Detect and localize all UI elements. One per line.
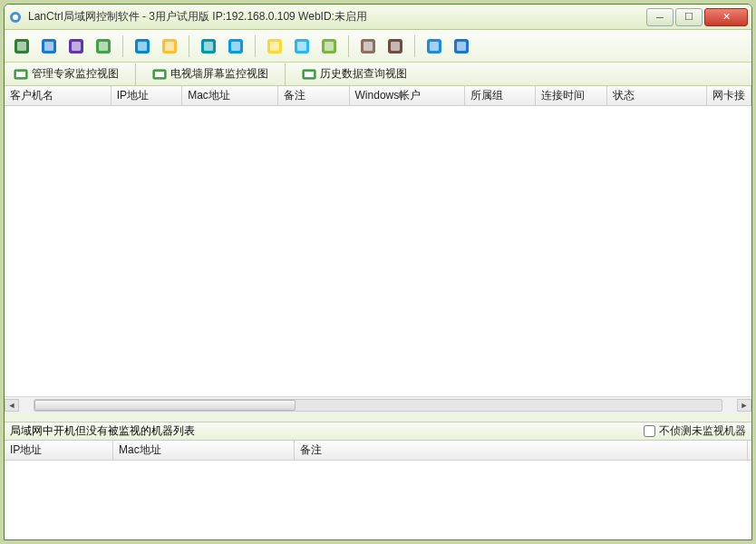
column-header[interactable]: 备注 bbox=[278, 86, 350, 105]
viewtab-separator bbox=[135, 63, 136, 85]
view-tab-1[interactable]: 电视墙屏幕监控视图 bbox=[149, 64, 272, 83]
column-header[interactable]: IP地址 bbox=[111, 86, 183, 105]
toolbar-separator bbox=[348, 35, 349, 57]
svg-rect-9 bbox=[99, 42, 108, 51]
toolbar-report2-icon[interactable] bbox=[383, 34, 407, 58]
toolbar-disc-icon[interactable] bbox=[317, 34, 341, 58]
report1-icon bbox=[359, 37, 377, 55]
view-tab-label: 历史数据查询视图 bbox=[320, 66, 407, 82]
main-toolbar bbox=[5, 30, 751, 63]
scroll-left-arrow[interactable]: ◄ bbox=[5, 399, 19, 412]
column-header[interactable]: 连接时间 bbox=[536, 86, 607, 105]
scroll-right-arrow[interactable]: ► bbox=[737, 399, 751, 412]
toolbar-monitor-icon[interactable] bbox=[10, 34, 34, 58]
column-header[interactable]: 网卡接 bbox=[707, 86, 751, 105]
main-table-body bbox=[5, 106, 751, 396]
toolbar-globe-icon[interactable] bbox=[37, 34, 61, 58]
column-header[interactable]: Windows帐户 bbox=[350, 86, 465, 105]
toolbar-help-icon[interactable] bbox=[450, 34, 473, 58]
svg-rect-15 bbox=[204, 42, 213, 51]
view-tab-2[interactable]: 历史数据查询视图 bbox=[298, 64, 411, 83]
svg-rect-35 bbox=[155, 72, 164, 77]
detect-checkbox-group[interactable]: 不侦测未监视机器 bbox=[644, 423, 746, 439]
svg-rect-33 bbox=[16, 72, 25, 77]
view-tabs: 管理专家监控视图电视墙屏幕监控视图历史数据查询视图 bbox=[5, 63, 751, 86]
maximize-button[interactable]: ☐ bbox=[675, 8, 703, 26]
bottom-table-header: IP地址Mac地址备注 bbox=[5, 441, 751, 461]
viewtab-separator bbox=[285, 63, 286, 85]
key-icon bbox=[160, 37, 179, 55]
svg-rect-17 bbox=[231, 42, 240, 51]
window-controls: ─ ☐ ✕ bbox=[646, 8, 748, 26]
column-header[interactable]: 客户机名 bbox=[5, 86, 111, 105]
svg-rect-5 bbox=[44, 42, 53, 51]
toolbar-refresh-icon[interactable] bbox=[131, 34, 154, 58]
svg-rect-37 bbox=[305, 72, 314, 77]
column-header[interactable]: 状态 bbox=[607, 86, 707, 105]
disc-icon bbox=[320, 37, 338, 55]
mail-icon bbox=[227, 37, 245, 55]
horizontal-scrollbar[interactable]: ◄ ► bbox=[5, 396, 751, 413]
bottom-panel-header: 局域网中开机但没有被监视的机器列表 不侦测未监视机器 bbox=[5, 423, 751, 441]
monitor-icon bbox=[13, 37, 31, 55]
svg-rect-27 bbox=[391, 42, 400, 51]
toolbar-separator bbox=[189, 35, 189, 57]
toolbar-separator bbox=[255, 35, 256, 57]
toolbar-key-icon[interactable] bbox=[158, 34, 181, 58]
minimize-button[interactable]: ─ bbox=[646, 8, 674, 26]
column-header[interactable]: 所属组 bbox=[465, 86, 537, 105]
toolbar-separator bbox=[122, 35, 123, 57]
svg-rect-13 bbox=[165, 42, 174, 51]
view-tab-label: 电视墙屏幕监控视图 bbox=[170, 66, 268, 82]
window-title: LanCtrl局域网控制软件 - 3用户试用版 IP:192.168.0.109… bbox=[28, 9, 646, 24]
bottom-column-header[interactable]: IP地址 bbox=[5, 441, 113, 460]
scroll-thumb[interactable] bbox=[34, 400, 296, 411]
toolbar-keyboard-icon[interactable] bbox=[422, 34, 446, 58]
column-header[interactable]: Mac地址 bbox=[182, 86, 278, 105]
globe-icon bbox=[40, 37, 58, 55]
main-table: 客户机名IP地址Mac地址备注Windows帐户所属组连接时间状态网卡接 ◄ ► bbox=[5, 86, 751, 413]
tvwall-view-icon bbox=[152, 67, 167, 82]
users-icon bbox=[94, 37, 112, 55]
svg-rect-11 bbox=[138, 42, 147, 51]
toolbar-devices-icon[interactable] bbox=[64, 34, 88, 58]
report2-icon bbox=[386, 37, 404, 55]
detect-checkbox[interactable] bbox=[644, 425, 655, 437]
svg-rect-7 bbox=[72, 42, 81, 51]
bottom-column-header[interactable]: Mac地址 bbox=[113, 441, 295, 460]
titlebar: LanCtrl局域网控制软件 - 3用户试用版 IP:192.168.0.109… bbox=[5, 5, 751, 30]
history-view-icon bbox=[302, 67, 316, 82]
scroll-track[interactable] bbox=[34, 399, 722, 412]
view-tab-label: 管理专家监控视图 bbox=[32, 66, 119, 82]
refresh-icon bbox=[133, 37, 151, 55]
help-icon bbox=[452, 37, 470, 55]
toolbar-windows-icon[interactable] bbox=[290, 34, 314, 58]
toolbar-shield-icon[interactable] bbox=[263, 34, 286, 58]
toolbar-separator bbox=[414, 35, 415, 57]
devices-icon bbox=[67, 37, 85, 55]
bottom-table: IP地址Mac地址备注 bbox=[5, 441, 751, 539]
screen-icon bbox=[199, 37, 218, 55]
bottom-column-header[interactable]: 备注 bbox=[295, 441, 748, 460]
bottom-table-body bbox=[5, 461, 751, 539]
close-button[interactable]: ✕ bbox=[704, 8, 748, 26]
svg-rect-23 bbox=[325, 42, 334, 51]
bottom-panel: 局域网中开机但没有被监视的机器列表 不侦测未监视机器 IP地址Mac地址备注 bbox=[5, 422, 751, 539]
svg-rect-3 bbox=[17, 42, 26, 51]
svg-rect-31 bbox=[457, 42, 466, 51]
panel-spacer bbox=[5, 413, 751, 422]
svg-rect-19 bbox=[270, 42, 279, 51]
toolbar-screen-icon[interactable] bbox=[197, 34, 220, 58]
view-tab-0[interactable]: 管理专家监控视图 bbox=[10, 64, 122, 83]
toolbar-report1-icon[interactable] bbox=[356, 34, 380, 58]
toolbar-users-icon[interactable] bbox=[92, 34, 115, 58]
toolbar-mail-icon[interactable] bbox=[224, 34, 247, 58]
keyboard-icon bbox=[425, 37, 443, 55]
windows-icon bbox=[293, 37, 311, 55]
svg-rect-25 bbox=[363, 42, 373, 51]
expert-view-icon bbox=[14, 67, 28, 82]
detect-checkbox-label: 不侦测未监视机器 bbox=[659, 423, 746, 439]
svg-rect-29 bbox=[430, 42, 439, 51]
svg-point-1 bbox=[13, 15, 18, 20]
svg-rect-21 bbox=[297, 42, 306, 51]
